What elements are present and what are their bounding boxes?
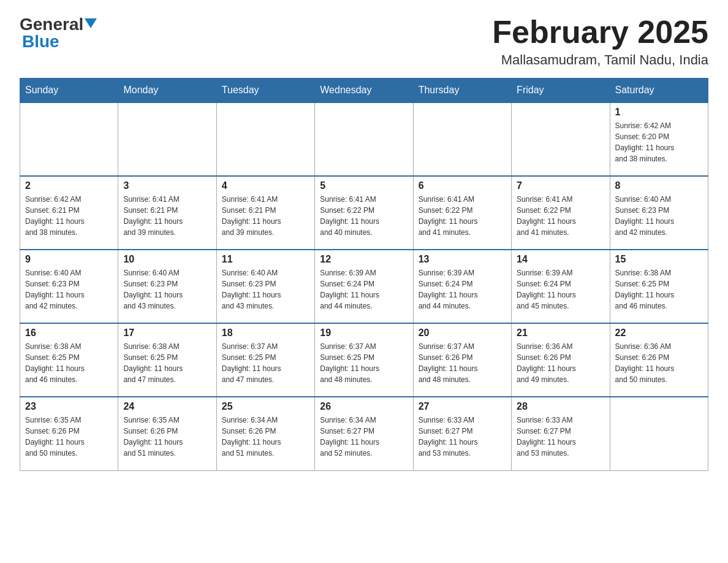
- col-friday: Friday: [512, 79, 610, 103]
- day-number: 2: [25, 180, 113, 191]
- table-row: [413, 102, 511, 176]
- table-row: 7Sunrise: 6:41 AM Sunset: 6:22 PM Daylig…: [512, 176, 610, 250]
- day-info: Sunrise: 6:35 AM Sunset: 6:26 PM Dayligh…: [123, 415, 211, 459]
- calendar-week-row: 9Sunrise: 6:40 AM Sunset: 6:23 PM Daylig…: [20, 250, 708, 323]
- day-info: Sunrise: 6:38 AM Sunset: 6:25 PM Dayligh…: [123, 341, 211, 385]
- table-row: 16Sunrise: 6:38 AM Sunset: 6:25 PM Dayli…: [20, 323, 118, 397]
- page-header: General Blue February 2025 Mallasamudram…: [20, 15, 708, 68]
- day-info: Sunrise: 6:37 AM Sunset: 6:25 PM Dayligh…: [222, 341, 309, 385]
- table-row: 25Sunrise: 6:34 AM Sunset: 6:26 PM Dayli…: [216, 397, 314, 470]
- day-info: Sunrise: 6:39 AM Sunset: 6:24 PM Dayligh…: [419, 267, 506, 312]
- day-number: 13: [419, 254, 506, 265]
- col-tuesday: Tuesday: [216, 79, 314, 103]
- day-number: 24: [123, 401, 211, 412]
- calendar-header-row: Sunday Monday Tuesday Wednesday Thursday…: [20, 79, 708, 103]
- table-row: 27Sunrise: 6:33 AM Sunset: 6:27 PM Dayli…: [413, 397, 511, 470]
- day-number: 19: [320, 327, 408, 339]
- day-info: Sunrise: 6:34 AM Sunset: 6:27 PM Dayligh…: [320, 415, 408, 459]
- day-number: 6: [419, 180, 506, 191]
- title-block: February 2025 Mallasamudram, Tamil Nadu,…: [492, 15, 708, 68]
- day-number: 23: [25, 401, 113, 412]
- logo-blue-text: Blue: [22, 32, 59, 51]
- day-info: Sunrise: 6:41 AM Sunset: 6:22 PM Dayligh…: [517, 194, 604, 238]
- day-info: Sunrise: 6:39 AM Sunset: 6:24 PM Dayligh…: [517, 267, 604, 312]
- calendar-table: Sunday Monday Tuesday Wednesday Thursday…: [20, 78, 708, 471]
- logo-triangle-icon: [85, 18, 97, 28]
- day-info: Sunrise: 6:39 AM Sunset: 6:24 PM Dayligh…: [320, 267, 408, 312]
- table-row: 10Sunrise: 6:40 AM Sunset: 6:23 PM Dayli…: [118, 250, 216, 323]
- day-info: Sunrise: 6:40 AM Sunset: 6:23 PM Dayligh…: [25, 267, 113, 312]
- table-row: 8Sunrise: 6:40 AM Sunset: 6:23 PM Daylig…: [610, 176, 708, 250]
- day-info: Sunrise: 6:40 AM Sunset: 6:23 PM Dayligh…: [222, 267, 309, 312]
- table-row: [315, 102, 413, 176]
- table-row: 4Sunrise: 6:41 AM Sunset: 6:21 PM Daylig…: [216, 176, 314, 250]
- day-info: Sunrise: 6:34 AM Sunset: 6:26 PM Dayligh…: [222, 415, 309, 459]
- day-number: 17: [123, 327, 211, 339]
- day-number: 14: [517, 254, 604, 265]
- day-number: 28: [517, 401, 604, 412]
- day-number: 22: [615, 327, 703, 339]
- day-info: Sunrise: 6:42 AM Sunset: 6:21 PM Dayligh…: [25, 194, 113, 238]
- table-row: 2Sunrise: 6:42 AM Sunset: 6:21 PM Daylig…: [20, 176, 118, 250]
- day-info: Sunrise: 6:33 AM Sunset: 6:27 PM Dayligh…: [419, 415, 506, 459]
- day-info: Sunrise: 6:41 AM Sunset: 6:22 PM Dayligh…: [320, 194, 408, 238]
- table-row: [512, 102, 610, 176]
- day-number: 4: [222, 180, 309, 191]
- day-number: 18: [222, 327, 309, 339]
- col-wednesday: Wednesday: [315, 79, 413, 103]
- month-title: February 2025: [492, 15, 708, 50]
- table-row: 14Sunrise: 6:39 AM Sunset: 6:24 PM Dayli…: [512, 250, 610, 323]
- table-row: 11Sunrise: 6:40 AM Sunset: 6:23 PM Dayli…: [216, 250, 314, 323]
- day-number: 25: [222, 401, 309, 412]
- day-number: 8: [615, 180, 703, 191]
- day-info: Sunrise: 6:41 AM Sunset: 6:21 PM Dayligh…: [222, 194, 309, 238]
- table-row: [216, 102, 314, 176]
- calendar-week-row: 16Sunrise: 6:38 AM Sunset: 6:25 PM Dayli…: [20, 323, 708, 397]
- day-number: 12: [320, 254, 408, 265]
- day-info: Sunrise: 6:41 AM Sunset: 6:22 PM Dayligh…: [419, 194, 506, 238]
- day-info: Sunrise: 6:33 AM Sunset: 6:27 PM Dayligh…: [517, 415, 604, 459]
- table-row: 15Sunrise: 6:38 AM Sunset: 6:25 PM Dayli…: [610, 250, 708, 323]
- day-info: Sunrise: 6:35 AM Sunset: 6:26 PM Dayligh…: [25, 415, 113, 459]
- day-info: Sunrise: 6:40 AM Sunset: 6:23 PM Dayligh…: [123, 267, 211, 312]
- table-row: 6Sunrise: 6:41 AM Sunset: 6:22 PM Daylig…: [413, 176, 511, 250]
- table-row: [20, 102, 118, 176]
- table-row: 1Sunrise: 6:42 AM Sunset: 6:20 PM Daylig…: [610, 102, 708, 176]
- day-number: 11: [222, 254, 309, 265]
- col-sunday: Sunday: [20, 79, 118, 103]
- table-row: [118, 102, 216, 176]
- location-title: Mallasamudram, Tamil Nadu, India: [492, 52, 708, 68]
- table-row: 12Sunrise: 6:39 AM Sunset: 6:24 PM Dayli…: [315, 250, 413, 323]
- day-info: Sunrise: 6:37 AM Sunset: 6:25 PM Dayligh…: [320, 341, 408, 385]
- table-row: 13Sunrise: 6:39 AM Sunset: 6:24 PM Dayli…: [413, 250, 511, 323]
- day-info: Sunrise: 6:36 AM Sunset: 6:26 PM Dayligh…: [615, 341, 703, 385]
- day-number: 26: [320, 401, 408, 412]
- day-number: 20: [419, 327, 506, 339]
- logo: General Blue: [20, 15, 97, 52]
- day-number: 10: [123, 254, 211, 265]
- day-info: Sunrise: 6:38 AM Sunset: 6:25 PM Dayligh…: [25, 341, 113, 385]
- day-info: Sunrise: 6:37 AM Sunset: 6:26 PM Dayligh…: [419, 341, 506, 385]
- table-row: 21Sunrise: 6:36 AM Sunset: 6:26 PM Dayli…: [512, 323, 610, 397]
- table-row: 18Sunrise: 6:37 AM Sunset: 6:25 PM Dayli…: [216, 323, 314, 397]
- table-row: 19Sunrise: 6:37 AM Sunset: 6:25 PM Dayli…: [315, 323, 413, 397]
- day-info: Sunrise: 6:41 AM Sunset: 6:21 PM Dayligh…: [123, 194, 211, 238]
- calendar-week-row: 2Sunrise: 6:42 AM Sunset: 6:21 PM Daylig…: [20, 176, 708, 250]
- day-number: 15: [615, 254, 703, 265]
- table-row: 28Sunrise: 6:33 AM Sunset: 6:27 PM Dayli…: [512, 397, 610, 470]
- calendar-week-row: 23Sunrise: 6:35 AM Sunset: 6:26 PM Dayli…: [20, 397, 708, 470]
- table-row: [610, 397, 708, 470]
- table-row: 20Sunrise: 6:37 AM Sunset: 6:26 PM Dayli…: [413, 323, 511, 397]
- table-row: 24Sunrise: 6:35 AM Sunset: 6:26 PM Dayli…: [118, 397, 216, 470]
- table-row: 26Sunrise: 6:34 AM Sunset: 6:27 PM Dayli…: [315, 397, 413, 470]
- col-thursday: Thursday: [413, 79, 511, 103]
- day-info: Sunrise: 6:40 AM Sunset: 6:23 PM Dayligh…: [615, 194, 703, 238]
- day-number: 27: [419, 401, 506, 412]
- day-number: 9: [25, 254, 113, 265]
- col-monday: Monday: [118, 79, 216, 103]
- day-info: Sunrise: 6:36 AM Sunset: 6:26 PM Dayligh…: [517, 341, 604, 385]
- day-number: 16: [25, 327, 113, 339]
- table-row: 22Sunrise: 6:36 AM Sunset: 6:26 PM Dayli…: [610, 323, 708, 397]
- day-number: 5: [320, 180, 408, 191]
- table-row: 23Sunrise: 6:35 AM Sunset: 6:26 PM Dayli…: [20, 397, 118, 470]
